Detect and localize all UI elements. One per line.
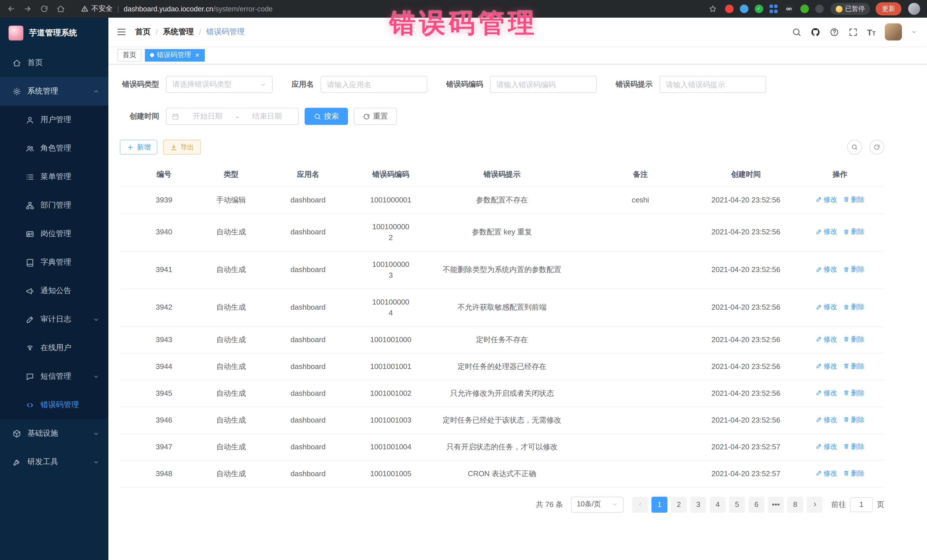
export-button[interactable]: 导出 [163,140,201,155]
sidebar-item-error-code[interactable]: 错误码管理 [0,391,108,419]
back-icon[interactable] [7,5,15,13]
app-name-input[interactable] [321,76,427,93]
edit-link[interactable]: 修改 [816,387,837,398]
delete-link[interactable]: 删除 [843,226,865,237]
reload-icon[interactable] [40,5,49,13]
edit-link[interactable]: 修改 [816,302,837,312]
edit-link[interactable]: 修改 [816,194,837,205]
sidebar-item-infra[interactable]: 基础设施 [0,419,108,448]
delete-link[interactable]: 删除 [843,387,865,398]
error-code-input[interactable] [490,76,597,93]
edit-link[interactable]: 修改 [816,334,837,344]
edit-link[interactable]: 修改 [816,264,837,274]
toggle-search-button[interactable] [847,140,862,155]
total-count: 共 76 条 [536,499,563,510]
edit-link[interactable]: 修改 [816,414,837,425]
user-avatar[interactable] [885,23,902,41]
switch-on-icon[interactable]: on [784,5,794,13]
table-row: 3943自动生成dashboard1001001000定时任务不存在2021-0… [120,326,884,353]
sidebar-item-home[interactable]: 首页 [0,49,108,77]
page-size-select[interactable]: 10条/页 [571,496,623,512]
check-circle-icon[interactable]: ✓ [754,5,763,13]
forward-icon[interactable] [23,5,32,13]
sidebar-item-post[interactable]: 岗位管理 [0,220,108,248]
chevron-down-icon[interactable] [911,29,917,35]
chevron-down-icon [93,373,99,379]
sidebar-item-system[interactable]: 系统管理 [0,77,108,106]
update-button[interactable]: 更新 [876,2,901,15]
refresh-table-button[interactable] [869,140,884,155]
delete-link[interactable]: 删除 [843,264,865,274]
sidebar-item-label: 在线用户 [41,343,71,353]
delete-link[interactable]: 删除 [843,361,865,371]
close-icon[interactable]: × [195,51,199,59]
cell-msg: 只允许修改为开启或者关闭状态 [419,380,585,407]
sidebar-item-audit-log[interactable]: 审计日志 [0,305,108,334]
sidebar-item-user[interactable]: 用户管理 [0,106,108,134]
address-bar[interactable]: 不安全 | dashboard.yudao.iocoder.cn/system/… [81,4,704,14]
error-type-select[interactable]: 请选择错误码类型 [166,76,273,93]
sidebar-item-sms[interactable]: 短信管理 [0,362,108,391]
delete-link[interactable]: 删除 [843,441,865,451]
search-button[interactable]: 搜索 [305,108,348,125]
sidebar-item-dict[interactable]: 字典管理 [0,248,108,276]
page-button-2[interactable]: 2 [671,496,687,512]
page-button-8[interactable]: 8 [787,496,803,512]
delete-link[interactable]: 删除 [843,468,865,478]
sidebar-item-dept[interactable]: 部门管理 [0,191,108,220]
delete-link[interactable]: 删除 [843,414,865,425]
sidebar-item-online-user[interactable]: 在线用户 [0,334,108,362]
github-icon[interactable] [810,27,820,37]
edit-link[interactable]: 修改 [816,441,837,451]
paused-badge[interactable]: 已暂停 [830,3,870,15]
browser-profile-avatar[interactable] [908,3,920,15]
fullscreen-icon[interactable] [848,27,858,37]
goto-page-input[interactable] [850,497,873,512]
edit-link[interactable]: 修改 [816,226,837,237]
sidebar-item-dev-tools[interactable]: 研发工具 [0,448,108,476]
page-button-6[interactable]: 6 [748,496,764,512]
date-range-picker[interactable]: 开始日期 - 结束日期 [166,108,299,125]
page-button-3[interactable]: 3 [690,496,706,512]
breadcrumb-item[interactable]: 系统管理 [163,27,194,37]
breadcrumb-separator: / [199,28,201,36]
sidebar-item-role[interactable]: 角色管理 [0,134,108,162]
search-icon[interactable] [792,27,801,37]
bookmark-star-icon[interactable] [708,5,717,13]
tag-label: 首页 [123,50,136,60]
page-button-5[interactable]: 5 [729,496,745,512]
help-icon[interactable] [829,27,839,37]
edit-link[interactable]: 修改 [816,361,837,371]
browser-home-icon[interactable] [56,5,65,13]
tag-home[interactable]: 首页 [117,49,141,61]
add-button[interactable]: 新增 [120,140,158,155]
cell-id: 3945 [120,380,208,407]
error-msg-input[interactable] [660,76,766,93]
drop-icon[interactable] [740,5,748,13]
filter-row-2: 创建时间 开始日期 - 结束日期 搜索 重置 [120,108,884,125]
edit-link[interactable]: 修改 [816,468,837,478]
collapse-sidebar-icon[interactable] [116,27,127,37]
sidebar-item-notice[interactable]: 通知公告 [0,276,108,305]
reset-button[interactable]: 重置 [354,108,397,125]
cell-memo [585,380,696,407]
font-size-icon[interactable]: TT [867,28,876,36]
next-page-button[interactable] [807,496,823,512]
delete-link[interactable]: 删除 [843,302,865,312]
sidebar-item-menu[interactable]: 菜单管理 [0,162,108,191]
record-icon[interactable] [725,5,733,13]
page-button-1[interactable]: 1 [652,496,667,512]
page-button-4[interactable]: 4 [710,496,726,512]
puzzle-icon[interactable] [815,5,824,13]
prev-page-button[interactable] [632,496,648,512]
page-size-value: 10条/页 [577,499,601,509]
delete-link[interactable]: 删除 [843,194,865,205]
tag-current[interactable]: 错误码管理× [145,49,205,61]
grid-icon[interactable] [769,5,778,13]
app-logo[interactable]: 芋道管理系统 [0,18,108,49]
table-toolbar: 新增 导出 [120,140,884,155]
breadcrumb-item[interactable]: 首页 [135,27,150,37]
paw-icon[interactable] [800,5,808,13]
delete-link[interactable]: 删除 [843,334,865,344]
more-pages-button[interactable]: ••• [768,496,784,512]
